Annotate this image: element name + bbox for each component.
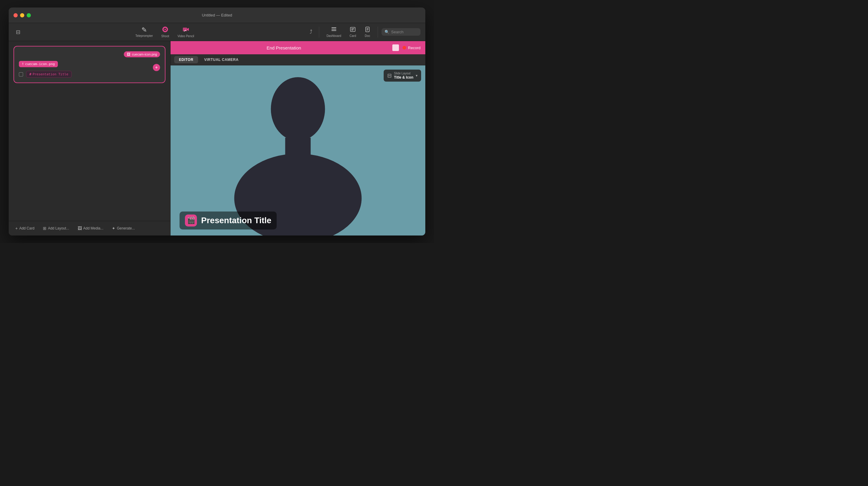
record-button[interactable]: Record bbox=[403, 46, 421, 50]
generate-icon: ✦ bbox=[112, 226, 115, 231]
search-input[interactable] bbox=[391, 30, 417, 34]
card-icon bbox=[350, 26, 356, 33]
svg-rect-7 bbox=[332, 27, 336, 28]
shoot-button[interactable]: Shoot bbox=[158, 24, 173, 39]
right-panel: End Presentation Record EDITOR VIRTUAL C… bbox=[170, 41, 425, 235]
shoot-icon bbox=[162, 26, 168, 34]
search-box[interactable]: 🔍 bbox=[381, 28, 421, 36]
add-media-label: Add Media... bbox=[83, 226, 103, 230]
slide-layout-bottom-label: Title & Icon bbox=[394, 75, 413, 80]
end-presentation-label: End Presentation bbox=[175, 45, 392, 50]
image-chip-label: cuecam-icon.png bbox=[25, 62, 55, 66]
add-element-button[interactable]: + bbox=[153, 64, 160, 71]
toolbar-divider-2 bbox=[378, 27, 378, 37]
teleprompter-button[interactable]: ✎ Teleprompter bbox=[132, 25, 156, 39]
title-chip-label: Presentation Title bbox=[33, 72, 68, 76]
image-tag-icon: 🖼 bbox=[127, 52, 130, 56]
camera-preview bbox=[170, 65, 425, 235]
sidebar-toggle[interactable]: ⊟ bbox=[13, 27, 23, 37]
slide-layout-top-label: Slide Layout bbox=[394, 72, 413, 75]
add-card-label: Add Card bbox=[19, 226, 34, 230]
window-title: Untitled — Edited bbox=[202, 13, 232, 18]
card-button[interactable]: Card bbox=[346, 25, 360, 39]
card-title-row: # Presentation Title bbox=[19, 71, 160, 78]
svg-marker-4 bbox=[187, 28, 189, 31]
slide-layout-button[interactable]: ⊟ Slide Layout Title & Icon ▾ bbox=[384, 69, 421, 82]
card-image-row: ! cuecam-icon.png bbox=[19, 61, 160, 67]
close-button[interactable] bbox=[13, 13, 18, 18]
doc-button[interactable]: Doc bbox=[361, 25, 374, 39]
toolbar-divider bbox=[319, 27, 319, 37]
dashboard-icon bbox=[331, 26, 337, 33]
record-label: Record bbox=[408, 46, 421, 50]
presentation-title-overlay: 🎬 Presentation Title bbox=[180, 211, 277, 229]
svg-rect-10 bbox=[350, 27, 355, 31]
tab-editor[interactable]: EDITOR bbox=[174, 56, 198, 63]
card-checkbox[interactable] bbox=[19, 72, 23, 77]
stop-button[interactable] bbox=[392, 45, 399, 51]
add-layout-label: Add Layout... bbox=[48, 226, 69, 230]
add-layout-button[interactable]: ⊞ Add Layout... bbox=[41, 225, 71, 232]
card-tag: 🖼 cuecam-icon.png bbox=[124, 51, 160, 57]
svg-rect-9 bbox=[332, 30, 336, 31]
svg-point-2 bbox=[164, 29, 166, 30]
image-chip[interactable]: ! cuecam-icon.png bbox=[19, 61, 58, 67]
generate-label: Generate... bbox=[117, 226, 135, 230]
title-bar: Untitled — Edited bbox=[9, 7, 425, 23]
layout-icon: ⊟ bbox=[387, 72, 392, 79]
presentation-bar: End Presentation Record bbox=[170, 41, 425, 54]
toolbar-right-group: Dashboard Card bbox=[323, 25, 374, 39]
svg-point-17 bbox=[271, 77, 325, 141]
add-media-icon: 🖼 bbox=[78, 226, 82, 231]
svg-rect-11 bbox=[351, 29, 354, 29]
title-chip[interactable]: # Presentation Title bbox=[26, 71, 72, 78]
editor-tabs: EDITOR VIRTUAL CAMERA bbox=[170, 54, 425, 65]
video-pencil-button[interactable]: Video Pencil bbox=[174, 24, 197, 39]
toolbar-left-group: ✎ Teleprompter Shoot bbox=[132, 24, 198, 39]
add-card-icon: + bbox=[15, 226, 18, 231]
toolbar: ⊟ ✎ Teleprompter Shoot bbox=[9, 23, 425, 41]
slide-card: 🖼 cuecam-icon.png ! cuecam-icon.png bbox=[13, 46, 165, 83]
overlay-icon-symbol: 🎬 bbox=[187, 217, 195, 224]
add-media-button[interactable]: 🖼 Add Media... bbox=[76, 225, 105, 232]
svg-rect-12 bbox=[351, 30, 353, 30]
add-layout-icon: ⊞ bbox=[43, 226, 46, 231]
title-chip-prefix: # bbox=[29, 72, 31, 76]
cards-area: 🖼 cuecam-icon.png ! cuecam-icon.png bbox=[9, 41, 170, 221]
svg-rect-15 bbox=[367, 29, 368, 30]
tab-virtual-camera[interactable]: VIRTUAL CAMERA bbox=[199, 56, 243, 63]
dashboard-button[interactable]: Dashboard bbox=[323, 25, 345, 39]
video-pencil-icon bbox=[183, 26, 189, 34]
minimize-button[interactable] bbox=[20, 13, 24, 18]
window-controls bbox=[13, 13, 31, 18]
svg-rect-16 bbox=[367, 30, 368, 31]
doc-icon bbox=[365, 26, 370, 33]
card-header: 🖼 cuecam-icon.png bbox=[19, 51, 160, 57]
main-content: 🖼 cuecam-icon.png ! cuecam-icon.png bbox=[9, 41, 425, 235]
add-card-button[interactable]: + Add Card bbox=[13, 225, 36, 232]
overlay-title: Presentation Title bbox=[201, 216, 271, 225]
share-button[interactable]: ⤴ bbox=[307, 27, 315, 37]
image-chip-icon: ! bbox=[22, 62, 24, 66]
teleprompter-icon: ✎ bbox=[142, 27, 147, 33]
left-panel: 🖼 cuecam-icon.png ! cuecam-icon.png bbox=[9, 41, 170, 235]
mac-window: Untitled — Edited ⊟ ✎ Teleprompter bbox=[9, 7, 425, 235]
slide-layout-text: Slide Layout Title & Icon bbox=[394, 72, 413, 80]
card-body: ! cuecam-icon.png # Presentation Title bbox=[19, 61, 160, 78]
preview-area: ⊟ Slide Layout Title & Icon ▾ 🎬 Presenta… bbox=[170, 65, 425, 235]
svg-rect-8 bbox=[332, 29, 336, 29]
bottom-bar: + Add Card ⊞ Add Layout... 🖼 Add Media..… bbox=[9, 221, 170, 235]
overlay-icon: 🎬 bbox=[185, 215, 197, 227]
generate-button[interactable]: ✦ Generate... bbox=[110, 225, 137, 232]
maximize-button[interactable] bbox=[27, 13, 31, 18]
chevron-down-icon: ▾ bbox=[416, 74, 417, 78]
card-tag-label: cuecam-icon.png bbox=[132, 53, 157, 56]
svg-rect-14 bbox=[367, 28, 368, 29]
search-icon: 🔍 bbox=[384, 30, 389, 34]
record-dot bbox=[403, 46, 406, 50]
